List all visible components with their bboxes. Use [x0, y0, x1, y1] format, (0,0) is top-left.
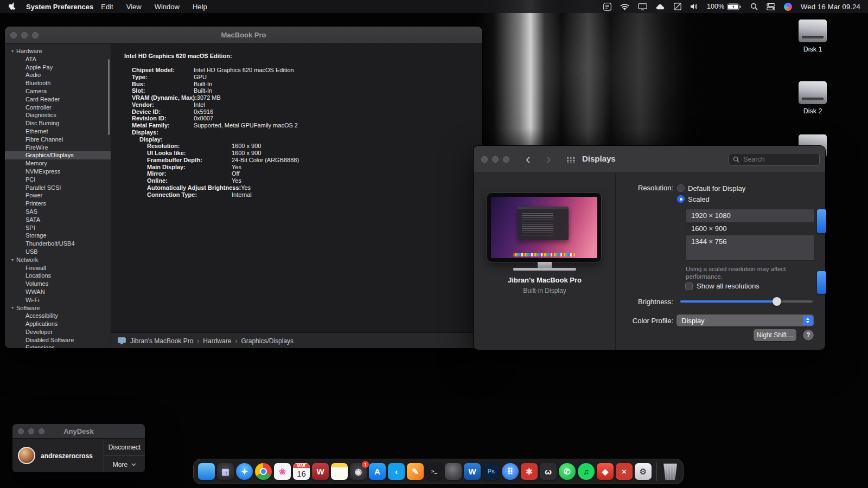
minimize-button[interactable] [28, 428, 34, 434]
sidebar-item-accessibility[interactable]: Accessibility [5, 312, 111, 320]
menu-window[interactable]: Window [155, 3, 180, 11]
apple-menu[interactable] [9, 2, 16, 11]
folder-icon-partial[interactable] [817, 209, 826, 233]
window-titlebar[interactable]: AnyDesk [12, 424, 145, 439]
menu-help[interactable]: Help [193, 3, 207, 11]
volume-icon[interactable] [690, 3, 698, 10]
sidebar-item-firewall[interactable]: Firewall [5, 264, 111, 272]
sidebar-item-firewire[interactable]: FireWire [5, 144, 111, 152]
desktop-icon-disk-2[interactable]: Disk 2 [793, 81, 832, 115]
siri-icon[interactable] [784, 3, 792, 11]
sidebar-item-disabled-software[interactable]: Disabled Software [5, 336, 111, 344]
dock-photos[interactable]: ❀ [274, 463, 291, 480]
sidebar-item-printers[interactable]: Printers [5, 200, 111, 208]
color-profile-dropdown[interactable]: Display [676, 314, 814, 326]
sidebar-item-wi-fi[interactable]: Wi-Fi [5, 296, 111, 304]
sidebar-item-usb[interactable]: USB [5, 248, 111, 256]
window-titlebar[interactable]: MacBook Pro [5, 27, 482, 44]
sidebar-section-hardware[interactable]: ▾Hardware [5, 47, 111, 55]
dock-chrome[interactable] [255, 463, 272, 480]
dock-discord[interactable]: ω [540, 463, 557, 480]
slider-knob[interactable] [773, 297, 781, 306]
close-button[interactable] [18, 428, 24, 434]
sidebar-item-parallel-scsi[interactable]: Parallel SCSI [5, 184, 111, 192]
help-button[interactable]: ? [803, 330, 814, 341]
displays-toolbar[interactable]: ‹ › Displays [474, 146, 825, 173]
dock-photoshop[interactable]: Ps [483, 463, 500, 480]
sidebar-item-developer[interactable]: Developer [5, 328, 111, 336]
sidebar-item-apple-pay[interactable]: Apple Pay [5, 63, 111, 72]
forward-button[interactable]: › [546, 151, 551, 167]
dock-calendar[interactable]: MAR16 [293, 463, 310, 480]
sidebar-item-fibre-channel[interactable]: Fibre Channel [5, 136, 111, 144]
minimize-button[interactable] [492, 156, 499, 163]
sidebar-item-memory[interactable]: Memory [5, 159, 111, 168]
control-center-icon[interactable] [767, 3, 775, 10]
dock-red-x-app[interactable]: × [616, 463, 633, 480]
sidebar-item-audio[interactable]: Audio [5, 71, 111, 79]
dock-photo-booth[interactable]: ◉1 [350, 463, 367, 480]
sidebar-item-sas[interactable]: SAS [5, 208, 111, 216]
sidebar-item-power[interactable]: Power [5, 191, 111, 200]
sidebar-item-nvmexpress[interactable]: NVMExpress [5, 168, 111, 176]
sidebar-item-sata[interactable]: SATA [5, 216, 111, 224]
folder-icon-partial[interactable] [817, 271, 826, 294]
sidebar-item-locations[interactable]: Locations [5, 272, 111, 280]
minimize-button[interactable] [21, 32, 28, 38]
menu-edit[interactable]: Edit [101, 3, 113, 11]
sidebar-item-graphics-displays[interactable]: Graphics/Displays [5, 151, 111, 159]
dock-wps-office[interactable]: W [312, 463, 329, 480]
zoom-button[interactable] [32, 32, 39, 38]
dock-finder[interactable] [198, 463, 215, 480]
spotlight-icon[interactable] [750, 3, 758, 10]
scrollbar[interactable] [108, 59, 110, 135]
desktop-icon-disk-1[interactable]: Disk 1 [793, 20, 832, 53]
back-button[interactable]: ‹ [526, 151, 530, 167]
show-all-preferences-icon[interactable] [566, 156, 576, 163]
brightness-slider[interactable] [680, 297, 813, 306]
dock-word[interactable]: W [464, 463, 481, 480]
input-source-icon[interactable] [603, 3, 611, 11]
sidebar-item-ata[interactable]: ATA [5, 55, 111, 63]
wifi-icon[interactable] [620, 3, 629, 10]
dock-notes[interactable] [331, 463, 348, 480]
sidebar-item-bluetooth[interactable]: Bluetooth [5, 79, 111, 87]
more-button[interactable]: More [104, 456, 145, 473]
dock-safari[interactable]: ✦ [236, 463, 253, 480]
show-all-resolutions-option[interactable]: Show all resolutions [685, 282, 760, 290]
sidebar-item-pci[interactable]: PCI [5, 176, 111, 184]
display-mirroring-icon[interactable] [638, 3, 647, 10]
sidebar-item-card-reader[interactable]: Card Reader [5, 95, 111, 104]
cloud-sync-icon[interactable] [656, 4, 665, 10]
dock-spotify[interactable]: ♫ [578, 463, 595, 480]
dock-vscode[interactable]: ‹ [388, 463, 405, 480]
dock-blue-grid-app[interactable]: ⠿ [502, 463, 519, 480]
dock-pencil-app[interactable]: ✎ [407, 463, 424, 480]
dock-terminal[interactable]: >_ [426, 463, 443, 480]
search-field[interactable] [729, 153, 820, 166]
breadcrumb-item[interactable]: Hardware [203, 337, 231, 345]
menu-view[interactable]: View [126, 3, 142, 11]
breadcrumb-item[interactable]: Graphics/Displays [241, 337, 293, 345]
battery-indicator[interactable]: 100% [707, 3, 742, 10]
sidebar-section-software[interactable]: ▾Software [5, 304, 111, 312]
sidebar-item-ethernet[interactable]: Ethernet [5, 127, 111, 136]
sidebar-item-thunderbolt-usb4[interactable]: Thunderbolt/USB4 [5, 240, 111, 248]
dock-red-app[interactable]: ✱ [521, 463, 538, 480]
dock-whatsapp[interactable]: ✆ [559, 463, 576, 480]
zoom-button[interactable] [503, 156, 509, 163]
dock-launchpad[interactable]: ▦ [217, 463, 234, 480]
resolution-option-1344-756[interactable]: 1344 × 756 [686, 235, 814, 248]
radio-selected-icon[interactable] [677, 195, 685, 203]
sidebar-item-extensions[interactable]: Extensions [5, 344, 111, 349]
sidebar-item-applications[interactable]: Applications [5, 320, 111, 328]
resolution-option-1600-900[interactable]: 868 × 488 [686, 222, 814, 235]
checkbox-icon[interactable] [685, 282, 693, 290]
search-input[interactable] [729, 153, 820, 166]
dock-red-diamond-app[interactable]: ◆ [597, 463, 614, 480]
radio-default-for-display[interactable]: Default for Display [677, 183, 745, 194]
sidebar-item-camera[interactable]: Camera [5, 87, 111, 95]
sidebar-item-disc-burning[interactable]: Disc Burning [5, 119, 111, 127]
menu-bar-clock[interactable]: Wed 16 Mar 09.24 [801, 3, 860, 11]
breadcrumb-item[interactable]: Jibran's MacBook Pro [130, 337, 193, 345]
